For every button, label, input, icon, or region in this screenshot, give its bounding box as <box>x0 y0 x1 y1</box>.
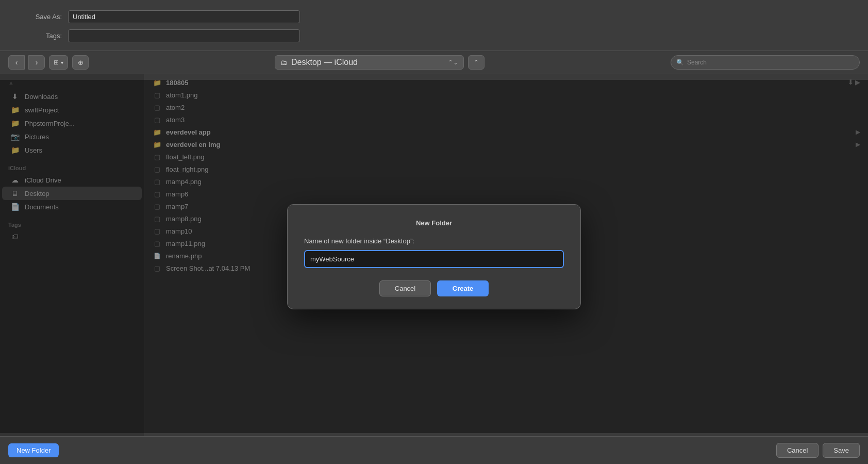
forward-icon: › <box>36 58 38 67</box>
back-icon: ‹ <box>15 58 18 67</box>
location-chevron-icon: ⌃⌄ <box>448 59 458 66</box>
new-folder-button[interactable]: New Folder <box>8 443 59 457</box>
dialog-cancel-button[interactable]: Cancel <box>379 280 431 296</box>
save-button-bottom[interactable]: Save <box>823 443 860 458</box>
cancel-button-bottom[interactable]: Cancel <box>776 443 819 458</box>
location-folder-icon: 🗂 <box>280 59 287 67</box>
new-folder-dialog: New Folder Name of new folder inside “De… <box>287 204 581 309</box>
new-folder-toolbar-icon: ⊕ <box>78 59 84 67</box>
toolbar: ‹ › ⊞ ▾ ⊕ 🗂 Desktop — iCloud ⌃⌄ ⌃ 🔍 Sear… <box>0 51 868 74</box>
tags-label: Tags: <box>21 32 62 40</box>
expand-button[interactable]: ⌃ <box>468 55 485 70</box>
bottom-bar: New Folder Cancel Save <box>0 436 868 464</box>
tags-input[interactable] <box>68 29 300 42</box>
dialog-create-button[interactable]: Create <box>437 280 489 296</box>
save-as-label: Save As: <box>21 13 62 21</box>
new-folder-toolbar-button[interactable]: ⊕ <box>72 55 89 70</box>
expand-icon: ⌃ <box>474 59 479 66</box>
bottom-right-buttons: Cancel Save <box>776 443 860 458</box>
dialog-buttons: Cancel Create <box>304 280 564 296</box>
dialog-overlay: New Folder Name of new folder inside “De… <box>0 80 868 433</box>
view-chevron-icon: ▾ <box>61 60 63 65</box>
forward-button[interactable]: › <box>28 55 45 70</box>
dialog-prompt: Name of new folder inside “Desktop”: <box>304 237 564 245</box>
save-as-input[interactable] <box>68 10 300 23</box>
dialog-title: New Folder <box>304 219 564 227</box>
search-icon: 🔍 <box>676 59 684 66</box>
search-bar[interactable]: 🔍 Search <box>671 55 860 70</box>
new-folder-name-input[interactable] <box>304 250 564 268</box>
view-icon: ⊞ <box>54 59 59 66</box>
back-button[interactable]: ‹ <box>8 55 25 70</box>
top-form: Save As: Tags: <box>0 0 868 51</box>
location-bar[interactable]: 🗂 Desktop — iCloud ⌃⌄ <box>275 55 464 70</box>
location-text: Desktop — iCloud <box>291 58 358 67</box>
view-button[interactable]: ⊞ ▾ <box>49 55 68 70</box>
tags-row: Tags: <box>21 29 847 42</box>
save-as-row: Save As: <box>21 10 847 23</box>
search-placeholder: Search <box>687 59 707 66</box>
